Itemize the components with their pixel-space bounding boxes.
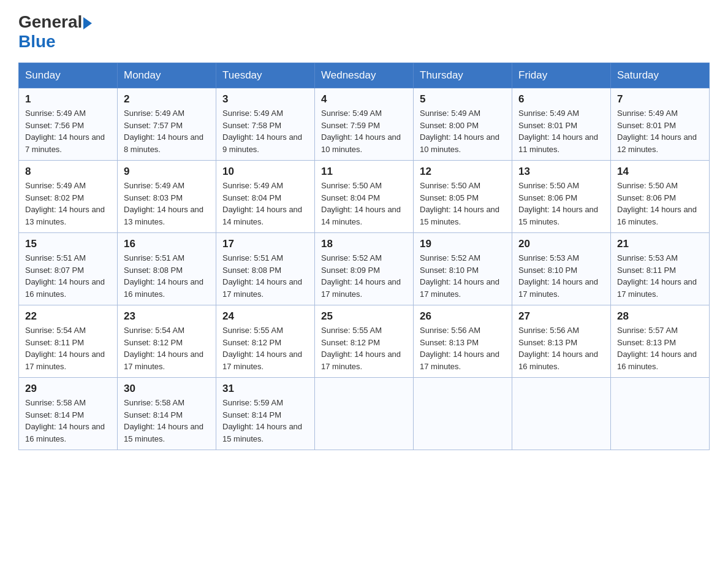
day-info: Sunrise: 5:58 AMSunset: 8:14 PMDaylight:…	[124, 397, 210, 445]
day-number: 30	[124, 383, 210, 395]
calendar-cell: 20Sunrise: 5:53 AMSunset: 8:10 PMDayligh…	[512, 233, 611, 305]
calendar-cell: 1Sunrise: 5:49 AMSunset: 7:56 PMDaylight…	[19, 88, 118, 161]
day-info: Sunrise: 5:54 AMSunset: 8:12 PMDaylight:…	[124, 324, 210, 372]
day-number: 4	[321, 93, 407, 105]
calendar-cell: 31Sunrise: 5:59 AMSunset: 8:14 PMDayligh…	[216, 378, 315, 450]
day-number: 8	[25, 166, 111, 178]
calendar-cell: 14Sunrise: 5:50 AMSunset: 8:06 PMDayligh…	[611, 161, 710, 233]
day-number: 1	[25, 93, 111, 105]
calendar-cell: 27Sunrise: 5:56 AMSunset: 8:13 PMDayligh…	[512, 305, 611, 378]
calendar-cell: 21Sunrise: 5:53 AMSunset: 8:11 PMDayligh…	[611, 233, 710, 305]
calendar-cell: 3Sunrise: 5:49 AMSunset: 7:58 PMDaylight…	[216, 88, 315, 161]
day-info: Sunrise: 5:49 AMSunset: 7:57 PMDaylight:…	[124, 107, 210, 155]
day-number: 9	[124, 166, 210, 178]
day-info: Sunrise: 5:49 AMSunset: 8:02 PMDaylight:…	[25, 180, 111, 228]
day-number: 20	[518, 238, 604, 250]
calendar-cell: 13Sunrise: 5:50 AMSunset: 8:06 PMDayligh…	[512, 161, 611, 233]
column-header-wednesday: Wednesday	[315, 63, 414, 88]
day-info: Sunrise: 5:49 AMSunset: 8:01 PMDaylight:…	[518, 107, 604, 155]
column-header-thursday: Thursday	[414, 63, 512, 88]
day-info: Sunrise: 5:52 AMSunset: 8:09 PMDaylight:…	[321, 252, 407, 300]
column-header-sunday: Sunday	[19, 63, 118, 88]
day-number: 13	[518, 166, 604, 178]
day-info: Sunrise: 5:51 AMSunset: 8:08 PMDaylight:…	[222, 252, 308, 300]
calendar-cell	[315, 378, 414, 450]
calendar-cell: 18Sunrise: 5:52 AMSunset: 8:09 PMDayligh…	[315, 233, 414, 305]
calendar-cell: 19Sunrise: 5:52 AMSunset: 8:10 PMDayligh…	[414, 233, 512, 305]
day-info: Sunrise: 5:51 AMSunset: 8:08 PMDaylight:…	[124, 252, 210, 300]
day-info: Sunrise: 5:50 AMSunset: 8:04 PMDaylight:…	[321, 180, 407, 228]
day-info: Sunrise: 5:54 AMSunset: 8:11 PMDaylight:…	[25, 324, 111, 372]
column-header-friday: Friday	[512, 63, 611, 88]
day-number: 28	[617, 310, 703, 323]
day-info: Sunrise: 5:50 AMSunset: 8:06 PMDaylight:…	[617, 180, 703, 228]
calendar-cell: 7Sunrise: 5:49 AMSunset: 8:01 PMDaylight…	[611, 88, 710, 161]
calendar-cell: 22Sunrise: 5:54 AMSunset: 8:11 PMDayligh…	[19, 305, 118, 378]
calendar-cell: 30Sunrise: 5:58 AMSunset: 8:14 PMDayligh…	[118, 378, 216, 450]
day-info: Sunrise: 5:50 AMSunset: 8:06 PMDaylight:…	[518, 180, 604, 228]
day-number: 11	[321, 166, 407, 178]
week-row-3: 15Sunrise: 5:51 AMSunset: 8:07 PMDayligh…	[19, 233, 710, 305]
day-number: 3	[222, 93, 308, 105]
day-number: 17	[222, 238, 308, 250]
day-info: Sunrise: 5:49 AMSunset: 7:56 PMDaylight:…	[25, 107, 111, 155]
day-number: 16	[124, 238, 210, 250]
column-header-tuesday: Tuesday	[216, 63, 315, 88]
calendar-cell: 15Sunrise: 5:51 AMSunset: 8:07 PMDayligh…	[19, 233, 118, 305]
calendar-cell	[611, 378, 710, 450]
calendar-cell	[512, 378, 611, 450]
day-info: Sunrise: 5:58 AMSunset: 8:14 PMDaylight:…	[25, 397, 111, 445]
day-number: 6	[518, 93, 604, 105]
calendar-cell: 11Sunrise: 5:50 AMSunset: 8:04 PMDayligh…	[315, 161, 414, 233]
logo-arrow-icon	[83, 17, 92, 29]
week-row-1: 1Sunrise: 5:49 AMSunset: 7:56 PMDaylight…	[19, 88, 710, 161]
calendar-cell: 4Sunrise: 5:49 AMSunset: 7:59 PMDaylight…	[315, 88, 414, 161]
day-number: 23	[124, 310, 210, 323]
week-row-5: 29Sunrise: 5:58 AMSunset: 8:14 PMDayligh…	[19, 378, 710, 450]
calendar-cell: 26Sunrise: 5:56 AMSunset: 8:13 PMDayligh…	[414, 305, 512, 378]
day-info: Sunrise: 5:52 AMSunset: 8:10 PMDaylight:…	[420, 252, 506, 300]
calendar-cell: 5Sunrise: 5:49 AMSunset: 8:00 PMDaylight…	[414, 88, 512, 161]
day-info: Sunrise: 5:49 AMSunset: 8:01 PMDaylight:…	[617, 107, 703, 155]
calendar-cell: 23Sunrise: 5:54 AMSunset: 8:12 PMDayligh…	[118, 305, 216, 378]
day-number: 15	[25, 238, 111, 250]
calendar-cell: 10Sunrise: 5:49 AMSunset: 8:04 PMDayligh…	[216, 161, 315, 233]
calendar-cell: 24Sunrise: 5:55 AMSunset: 8:12 PMDayligh…	[216, 305, 315, 378]
day-info: Sunrise: 5:53 AMSunset: 8:10 PMDaylight:…	[518, 252, 604, 300]
calendar-cell: 8Sunrise: 5:49 AMSunset: 8:02 PMDaylight…	[19, 161, 118, 233]
day-number: 18	[321, 238, 407, 250]
calendar-table: SundayMondayTuesdayWednesdayThursdayFrid…	[18, 63, 710, 450]
day-info: Sunrise: 5:49 AMSunset: 8:03 PMDaylight:…	[124, 180, 210, 228]
day-number: 21	[617, 238, 703, 250]
calendar-cell: 29Sunrise: 5:58 AMSunset: 8:14 PMDayligh…	[19, 378, 118, 450]
day-info: Sunrise: 5:49 AMSunset: 8:04 PMDaylight:…	[222, 180, 308, 228]
day-number: 24	[222, 310, 308, 323]
day-number: 31	[222, 383, 308, 395]
day-number: 22	[25, 310, 111, 323]
calendar-cell: 6Sunrise: 5:49 AMSunset: 8:01 PMDaylight…	[512, 88, 611, 161]
logo-blue-text: Blue	[18, 32, 56, 51]
day-number: 29	[25, 383, 111, 395]
logo: General Blue	[18, 12, 92, 52]
column-header-saturday: Saturday	[611, 63, 710, 88]
day-number: 10	[222, 166, 308, 178]
day-info: Sunrise: 5:53 AMSunset: 8:11 PMDaylight:…	[617, 252, 703, 300]
calendar-cell	[414, 378, 512, 450]
header-row: SundayMondayTuesdayWednesdayThursdayFrid…	[19, 63, 710, 88]
day-number: 7	[617, 93, 703, 105]
day-info: Sunrise: 5:51 AMSunset: 8:07 PMDaylight:…	[25, 252, 111, 300]
day-number: 19	[420, 238, 506, 250]
column-header-monday: Monday	[118, 63, 216, 88]
day-info: Sunrise: 5:55 AMSunset: 8:12 PMDaylight:…	[222, 324, 308, 372]
day-number: 2	[124, 93, 210, 105]
week-row-4: 22Sunrise: 5:54 AMSunset: 8:11 PMDayligh…	[19, 305, 710, 378]
day-info: Sunrise: 5:55 AMSunset: 8:12 PMDaylight:…	[321, 324, 407, 372]
day-info: Sunrise: 5:49 AMSunset: 7:58 PMDaylight:…	[222, 107, 308, 155]
day-info: Sunrise: 5:56 AMSunset: 8:13 PMDaylight:…	[518, 324, 604, 372]
day-number: 26	[420, 310, 506, 323]
calendar-cell: 28Sunrise: 5:57 AMSunset: 8:13 PMDayligh…	[611, 305, 710, 378]
calendar-cell: 12Sunrise: 5:50 AMSunset: 8:05 PMDayligh…	[414, 161, 512, 233]
week-row-2: 8Sunrise: 5:49 AMSunset: 8:02 PMDaylight…	[19, 161, 710, 233]
day-number: 27	[518, 310, 604, 323]
day-info: Sunrise: 5:50 AMSunset: 8:05 PMDaylight:…	[420, 180, 506, 228]
